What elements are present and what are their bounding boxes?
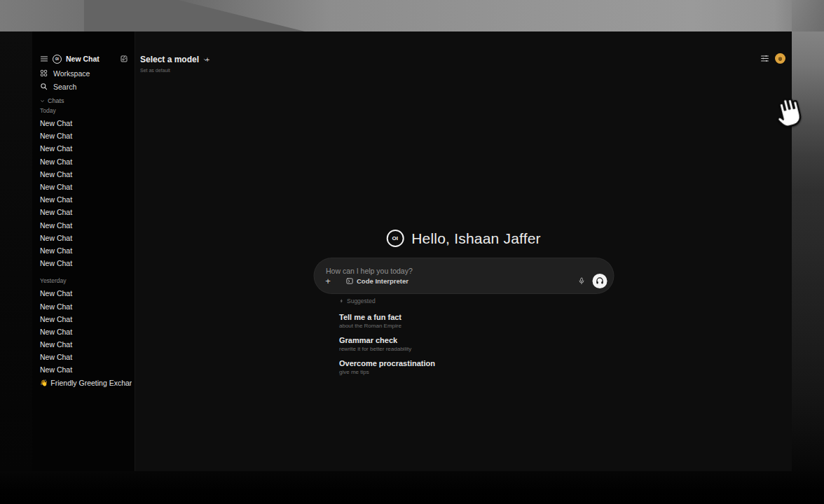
suggested-label: Suggested bbox=[347, 298, 376, 304]
desktop-background-right bbox=[792, 0, 824, 504]
chat-list-item[interactable]: New Chat bbox=[40, 313, 132, 326]
chat-list-item[interactable]: New Chat bbox=[40, 117, 132, 130]
model-selector[interactable]: Select a model bbox=[140, 55, 209, 64]
new-chat-button[interactable] bbox=[120, 55, 128, 63]
suggestion-title: Grammar check bbox=[339, 335, 570, 345]
desktop-background-bottom bbox=[0, 471, 824, 504]
wave-emoji: 👋 bbox=[40, 379, 48, 386]
message-composer[interactable]: How can I help you today? + Code Interpr… bbox=[314, 258, 613, 293]
app-logo: OI bbox=[386, 230, 404, 247]
chat-list-item[interactable]: New Chat bbox=[40, 130, 132, 142]
settings-sliders-button[interactable] bbox=[760, 54, 769, 63]
sidebar: OI New Chat Workspace bbox=[32, 31, 135, 471]
chats-section-label: Chats bbox=[48, 97, 64, 104]
suggestion-title: Overcome procrastination bbox=[339, 358, 570, 368]
chat-list-item[interactable]: New Chat bbox=[40, 338, 132, 351]
code-interpreter-label: Code Interpreter bbox=[357, 277, 408, 285]
chat-list-item[interactable]: New Chat bbox=[40, 232, 132, 244]
desktop-background-left bbox=[0, 31, 32, 471]
topbar-right bbox=[760, 53, 785, 64]
attach-button[interactable]: + bbox=[323, 276, 333, 286]
chat-list-item[interactable]: New Chat bbox=[40, 351, 132, 363]
model-selector-label: Select a model bbox=[140, 55, 199, 64]
chat-list-item-named[interactable]: 👋Friendly Greeting Exchange bbox=[40, 377, 132, 389]
chat-title: Friendly Greeting Exchange bbox=[50, 379, 132, 387]
suggestion-item[interactable]: Overcome procrastinationgive me tips bbox=[339, 358, 570, 376]
code-interpreter-toggle[interactable]: Code Interpreter bbox=[345, 277, 408, 285]
sidebar-item-label: Workspace bbox=[53, 69, 90, 78]
chat-list-item[interactable]: New Chat bbox=[40, 206, 132, 218]
chat-list-item[interactable]: New Chat bbox=[40, 257, 132, 270]
chat-group-label: Yesterday bbox=[40, 277, 132, 284]
chevron-down-icon bbox=[40, 99, 45, 104]
chat-list-item[interactable]: New Chat bbox=[40, 168, 132, 181]
sidebar-toggle-icon[interactable] bbox=[40, 55, 48, 63]
suggested-section: Suggested Tell me a fun factabout the Ro… bbox=[339, 298, 570, 382]
suggestion-item[interactable]: Tell me a fun factabout the Roman Empire bbox=[339, 312, 570, 330]
desktop-background-top bbox=[0, 0, 824, 31]
sidebar-item-label: Search bbox=[53, 83, 76, 91]
chat-list-item[interactable]: New Chat bbox=[40, 287, 132, 300]
chat-list-item[interactable]: New Chat bbox=[40, 193, 132, 206]
app-window: OI New Chat Workspace bbox=[32, 31, 792, 471]
app-logo: OI bbox=[53, 55, 62, 64]
chat-group-label: Today bbox=[40, 107, 132, 114]
headphones-icon bbox=[595, 276, 604, 286]
sidebar-title: New Chat bbox=[66, 55, 116, 63]
voice-mode-button[interactable] bbox=[592, 274, 607, 288]
microphone-button[interactable] bbox=[577, 276, 585, 286]
suggestion-subtitle: rewrite it for better readability bbox=[339, 346, 570, 353]
chat-list-item[interactable]: New Chat bbox=[40, 142, 132, 155]
bolt-icon bbox=[339, 298, 344, 304]
suggestion-title: Tell me a fun fact bbox=[339, 312, 570, 322]
add-model-button[interactable]: + bbox=[202, 55, 212, 64]
sidebar-item-search[interactable]: Search bbox=[40, 81, 129, 92]
terminal-icon bbox=[345, 277, 353, 285]
suggestion-list: Tell me a fun factabout the Roman Empire… bbox=[339, 312, 570, 376]
grid-icon bbox=[40, 69, 48, 77]
chat-list-item[interactable]: New Chat bbox=[40, 326, 132, 338]
sidebar-header: OI New Chat bbox=[40, 53, 128, 64]
search-icon bbox=[40, 83, 48, 90]
chat-list-item[interactable]: New Chat bbox=[40, 155, 132, 168]
greeting-block: OI Hello, Ishaan Jaffer bbox=[386, 230, 541, 247]
chat-list-item[interactable]: New Chat bbox=[40, 219, 132, 232]
chat-list-item[interactable]: New Chat bbox=[40, 244, 132, 257]
suggestion-item[interactable]: Grammar checkrewrite it for better reada… bbox=[339, 335, 570, 353]
main-area: Select a model + Set as default bbox=[135, 31, 792, 471]
suggested-header: Suggested bbox=[339, 298, 570, 304]
greeting-text: Hello, Ishaan Jaffer bbox=[411, 230, 541, 247]
desktop-stage: OI New Chat Workspace bbox=[0, 0, 824, 504]
chat-list-item[interactable]: New Chat bbox=[40, 300, 132, 312]
chat-list-item[interactable]: New Chat bbox=[40, 181, 132, 193]
suggestion-subtitle: about the Roman Empire bbox=[339, 323, 570, 330]
user-avatar[interactable] bbox=[775, 53, 785, 64]
chat-list-item[interactable]: New Chat bbox=[40, 363, 132, 376]
sidebar-item-workspace[interactable]: Workspace bbox=[40, 68, 129, 78]
set-as-default-link[interactable]: Set as default bbox=[140, 68, 170, 73]
chats-section-toggle[interactable]: Chats bbox=[40, 97, 64, 105]
suggestion-subtitle: give me tips bbox=[339, 369, 570, 376]
chat-group-list: TodayNew ChatNew ChatNew ChatNew ChatNew… bbox=[40, 107, 132, 389]
composer-toolbar: + Code Interpreter bbox=[323, 274, 607, 288]
